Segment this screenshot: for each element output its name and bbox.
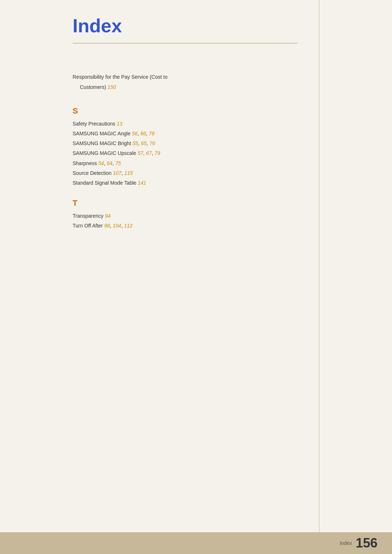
page-numbers: 54 <box>98 160 104 166</box>
page-numbers: 79 <box>155 150 160 156</box>
entry-text: , <box>110 223 113 229</box>
list-item: Turn Off After 98, 104, 112 <box>73 221 298 230</box>
page-numbers: 78 <box>149 131 155 136</box>
list-item: Transparency 94 <box>73 212 298 221</box>
entry-text: Standard Signal Mode Table <box>73 180 138 186</box>
page-container: Index Responsibility for the Pay Service… <box>0 0 392 554</box>
page-numbers: 107 <box>113 170 121 176</box>
footer-page-number: 156 <box>356 535 377 551</box>
t-section: T Transparency 94 Turn Off After 98, 104… <box>73 198 298 230</box>
section-letter-t: T <box>73 198 298 208</box>
page-numbers: 75 <box>115 160 121 166</box>
list-item: SAMSUNG MAGIC Bright 55, 65, 76 <box>73 139 298 148</box>
page-numbers: 64 <box>107 160 113 166</box>
entry-text: Customers) <box>80 84 107 90</box>
footer: Index 156 <box>0 532 392 554</box>
entry-text: Sharpness <box>73 160 98 166</box>
page-numbers: 104 <box>113 223 121 229</box>
entry-text: SAMSUNG MAGIC Bright <box>73 140 132 146</box>
title-divider <box>73 43 298 44</box>
entry-text: SAMSUNG MAGIC Angle <box>73 131 132 136</box>
page-title: Index <box>73 15 298 37</box>
page-numbers: 13 <box>117 121 122 127</box>
entry-text: , <box>113 160 115 166</box>
entry-text: Source Detection <box>73 170 113 176</box>
vertical-divider <box>319 0 319 532</box>
list-item: Standard Signal Mode Table 141 <box>73 178 298 188</box>
entry-text: , <box>152 150 155 156</box>
entry-text: , <box>138 131 140 136</box>
page-numbers: 76 <box>150 140 155 146</box>
page-numbers: 65 <box>141 140 147 146</box>
intro-section: Responsibility for the Pay Service (Cost… <box>73 73 298 91</box>
list-item: Safety Precautions 13 <box>73 119 298 128</box>
page-numbers: 115 <box>124 170 132 176</box>
page-numbers: 98 <box>104 223 110 229</box>
list-item: Source Detection 107, 115 <box>73 169 298 178</box>
list-item: SAMSUNG MAGIC Angle 56, 66, 78 <box>73 129 298 138</box>
entry-text: Safety Precautions <box>73 121 117 127</box>
entry-text: , <box>147 140 150 146</box>
entry-text: Transparency <box>73 213 105 219</box>
page-numbers: 150 <box>107 84 116 90</box>
list-item: Sharpness 54, 64, 75 <box>73 159 298 168</box>
entry-text: , <box>146 131 149 136</box>
page-numbers: 112 <box>124 223 132 229</box>
page-numbers: 94 <box>105 213 111 219</box>
page-numbers: 66 <box>140 131 146 136</box>
s-section: S Safety Precautions 13 SAMSUNG MAGIC An… <box>73 106 298 188</box>
footer-label: Index <box>340 540 352 546</box>
entry-text: SAMSUNG MAGIC Upscale <box>73 150 138 156</box>
page-numbers: 55 <box>132 140 138 146</box>
entry-text: Turn Off After <box>73 223 104 229</box>
page-numbers: 57 <box>138 150 143 156</box>
entry-text: Responsibility for the Pay Service (Cost… <box>73 74 167 80</box>
list-item: Customers) 150 <box>73 83 298 92</box>
section-letter-s: S <box>73 106 298 116</box>
page-numbers: 67 <box>146 150 152 156</box>
list-item: Responsibility for the Pay Service (Cost… <box>73 73 298 82</box>
content-area: Index Responsibility for the Pay Service… <box>0 0 319 532</box>
entry-text: , <box>121 223 124 229</box>
list-item: SAMSUNG MAGIC Upscale 57, 67, 79 <box>73 149 298 158</box>
page-numbers: 141 <box>138 180 146 186</box>
page-numbers: 56 <box>132 131 138 136</box>
